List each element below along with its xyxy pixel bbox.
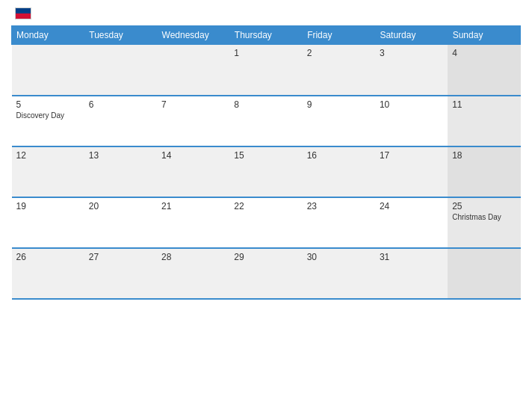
day-number: 14 <box>161 150 225 161</box>
day-number: 5 <box>16 99 80 110</box>
calendar-cell: 1 <box>229 45 302 96</box>
day-number: 17 <box>380 150 443 161</box>
calendar-cell: 4 <box>448 45 520 96</box>
day-number: 1 <box>234 48 297 58</box>
day-number: 27 <box>89 252 152 262</box>
day-number: 25 <box>452 201 516 211</box>
week-row-2: 5Discovery Day67891011 <box>12 96 521 146</box>
day-number: 28 <box>161 252 225 262</box>
calendar-cell: 3 <box>375 45 448 96</box>
calendar-cell: 20 <box>84 197 157 248</box>
calendar-cell: 17 <box>375 146 448 197</box>
day-header-tuesday: Tuesday <box>84 26 157 45</box>
day-number: 9 <box>307 99 371 110</box>
calendar-cell: 8 <box>229 96 302 146</box>
day-number: 2 <box>307 48 371 58</box>
calendar-cell: 27 <box>84 248 157 299</box>
day-header-friday: Friday <box>303 26 375 45</box>
calendar-cell: 28 <box>157 248 229 299</box>
header <box>11 7 521 19</box>
calendar-header: MondayTuesdayWednesdayThursdayFridaySatu… <box>12 26 521 45</box>
calendar-cell: 12 <box>12 146 84 197</box>
calendar-cell: 18 <box>448 146 520 197</box>
day-number: 18 <box>452 150 516 161</box>
day-header-saturday: Saturday <box>375 26 448 45</box>
calendar-cell <box>157 45 229 96</box>
week-row-3: 12131415161718 <box>12 146 521 197</box>
day-header-monday: Monday <box>12 26 84 45</box>
day-number: 21 <box>161 201 225 211</box>
calendar-cell <box>448 248 520 299</box>
day-number: 19 <box>16 201 80 211</box>
calendar-cell: 25Christmas Day <box>448 197 520 248</box>
day-number: 13 <box>89 150 152 161</box>
calendar-cell: 31 <box>375 248 448 299</box>
calendar-cell: 16 <box>303 146 375 197</box>
calendar-cell: 15 <box>229 146 302 197</box>
day-number: 7 <box>161 99 225 110</box>
day-number: 31 <box>380 252 443 262</box>
calendar-cell: 7 <box>157 96 229 146</box>
calendar-cell: 11 <box>448 96 520 146</box>
calendar-cell: 22 <box>229 197 302 248</box>
day-header-wednesday: Wednesday <box>157 26 229 45</box>
calendar-table: MondayTuesdayWednesdayThursdayFridaySatu… <box>11 25 521 300</box>
day-number: 24 <box>380 201 443 211</box>
calendar-cell: 6 <box>84 96 157 146</box>
day-number: 30 <box>307 252 371 262</box>
calendar-cell: 21 <box>157 197 229 248</box>
calendar-cell: 9 <box>303 96 375 146</box>
day-number: 23 <box>307 201 371 211</box>
week-row-4: 19202122232425Christmas Day <box>12 197 521 248</box>
calendar-cell: 10 <box>375 96 448 146</box>
day-number: 16 <box>307 150 371 161</box>
day-number: 10 <box>380 99 443 110</box>
calendar-cell: 30 <box>303 248 375 299</box>
day-number: 22 <box>234 201 297 211</box>
logo <box>11 7 31 19</box>
day-number: 3 <box>380 48 443 58</box>
calendar-cell: 24 <box>375 197 448 248</box>
calendar-body: 12345Discovery Day6789101112131415161718… <box>12 45 521 299</box>
days-header-row: MondayTuesdayWednesdayThursdayFridaySatu… <box>12 26 521 45</box>
day-header-sunday: Sunday <box>448 26 520 45</box>
day-header-thursday: Thursday <box>229 26 302 45</box>
calendar-cell: 29 <box>229 248 302 299</box>
week-row-5: 262728293031 <box>12 248 521 299</box>
day-number: 12 <box>16 150 80 161</box>
calendar-cell: 14 <box>157 146 229 197</box>
event-label: Christmas Day <box>452 213 516 221</box>
day-number: 29 <box>234 252 297 262</box>
day-number: 26 <box>16 252 80 262</box>
event-label: Discovery Day <box>16 111 80 120</box>
calendar-cell: 13 <box>84 146 157 197</box>
calendar-cell: 2 <box>303 45 375 96</box>
calendar-cell: 5Discovery Day <box>12 96 84 146</box>
day-number: 6 <box>89 99 152 110</box>
calendar-page: MondayTuesdayWednesdayThursdayFridaySatu… <box>0 0 532 411</box>
day-number: 4 <box>452 48 516 58</box>
calendar-cell: 19 <box>12 197 84 248</box>
calendar-cell <box>12 45 84 96</box>
calendar-cell: 26 <box>12 248 84 299</box>
calendar-cell <box>84 45 157 96</box>
week-row-1: 1234 <box>12 45 521 96</box>
day-number: 15 <box>234 150 297 161</box>
calendar-cell: 23 <box>303 197 375 248</box>
day-number: 20 <box>89 201 152 211</box>
day-number: 11 <box>452 99 516 110</box>
day-number: 8 <box>234 99 297 110</box>
